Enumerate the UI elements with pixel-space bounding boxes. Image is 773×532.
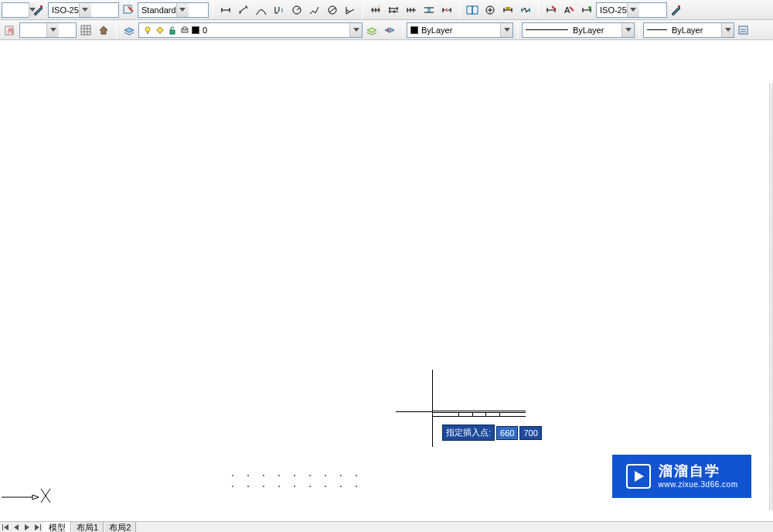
layer-color-swatch [192, 26, 199, 34]
dimradius-icon[interactable] [288, 2, 305, 19]
svg-rect-29 [739, 26, 747, 34]
plotstyle-icon[interactable] [735, 22, 752, 39]
svg-marker-2 [82, 8, 88, 12]
centermark-icon[interactable] [482, 2, 499, 19]
toolbar-separator [213, 2, 213, 19]
dimdiameter-icon[interactable] [324, 2, 341, 19]
chevron-down-icon [46, 23, 59, 37]
svg-rect-18 [81, 26, 90, 35]
svg-rect-8 [472, 6, 478, 14]
dimcontinue-icon[interactable] [403, 2, 420, 19]
tab-nav-next-icon[interactable] [22, 522, 32, 533]
dict-icon[interactable]: 典 [2, 22, 19, 39]
tolerance-icon[interactable] [464, 2, 481, 19]
toolbar-separator [116, 22, 117, 39]
layer-manager-icon[interactable] [121, 22, 138, 39]
dropdown-partial-left[interactable] [2, 2, 29, 18]
svg-point-21 [158, 28, 162, 32]
chevron-down-icon [500, 23, 512, 37]
svg-text:A: A [564, 5, 570, 15]
layer-name-label: 0 [203, 26, 226, 35]
dimstyle2-dropdown[interactable]: ISO-25 [596, 2, 667, 18]
toolbar-separator [517, 22, 518, 39]
diminspect-icon[interactable] [499, 2, 516, 19]
dimaligned-icon[interactable] [235, 2, 252, 19]
svg-rect-14 [678, 5, 680, 8]
dimarc-icon[interactable] [253, 2, 270, 19]
toolbar-row-1: ISO-25 Standard A ISO-25 [0, 0, 773, 20]
linetype-dropdown[interactable]: ByLayer [522, 22, 635, 38]
dim-update-icon[interactable] [30, 2, 47, 19]
drawing-canvas[interactable]: 指定插入点: 660 700 溜溜自学 www.zixue.3d66.c [0, 42, 773, 521]
dimjogged-icon[interactable] [306, 2, 323, 19]
chevron-down-icon [79, 3, 91, 17]
toolbar-separator [363, 2, 363, 19]
lineweight-label: ByLayer [672, 26, 703, 35]
tab-nav-prev-icon[interactable] [11, 522, 22, 533]
svg-marker-35 [4, 524, 9, 530]
plot-icon [179, 25, 190, 36]
chevron-down-icon [721, 23, 734, 37]
dimtedit-icon[interactable]: A [560, 2, 577, 19]
layer-previous-icon[interactable] [381, 22, 398, 39]
construction-points [232, 475, 363, 490]
lineweight-sample [647, 29, 667, 30]
tab-layout2[interactable]: 布局2 [104, 522, 136, 533]
dimordinate-icon[interactable] [271, 2, 288, 19]
svg-point-12 [588, 6, 591, 9]
dimlinear-icon[interactable] [217, 2, 234, 19]
tab-model[interactable]: 模型 [43, 522, 71, 533]
toolbar-separator [402, 22, 403, 39]
dimupdate-icon[interactable] [578, 2, 595, 19]
color-label: ByLayer [421, 26, 452, 35]
linetype-label: ByLayer [573, 26, 604, 35]
table-style-dropdown[interactable] [19, 22, 77, 38]
svg-marker-31 [32, 495, 39, 500]
watermark-title: 溜溜自学 [659, 463, 738, 480]
tab-layout1[interactable]: 布局1 [71, 522, 104, 533]
textstyle-edit-icon[interactable] [120, 2, 137, 19]
color-dropdown[interactable]: ByLayer [407, 22, 513, 38]
dynamic-input-tooltip: 指定插入点: 660 700 [442, 425, 542, 441]
watermark-play-icon [626, 464, 651, 489]
tab-nav-last-icon[interactable] [32, 522, 43, 533]
textstyle-dropdown[interactable]: Standard [138, 2, 209, 18]
svg-marker-17 [50, 28, 56, 32]
grid-pattern-icon[interactable] [77, 22, 94, 39]
dimstyle-label: ISO-25 [52, 5, 79, 15]
chevron-down-icon [176, 3, 189, 17]
qdim-icon[interactable] [367, 2, 384, 19]
dimangular-icon[interactable] [342, 2, 359, 19]
dimbreak-icon[interactable] [438, 2, 455, 19]
lock-open-icon [167, 25, 178, 36]
block-insertion-preview [433, 411, 526, 417]
svg-marker-27 [625, 28, 632, 32]
crosshair-horizontal [396, 411, 433, 412]
svg-marker-26 [504, 28, 510, 32]
svg-rect-22 [170, 30, 175, 34]
sun-freeze-icon [155, 25, 165, 36]
dimedit-icon[interactable] [543, 2, 560, 19]
dimspace-icon[interactable] [421, 2, 438, 19]
home-icon[interactable] [95, 22, 112, 39]
chevron-down-icon [621, 23, 634, 37]
svg-marker-34 [635, 471, 644, 482]
dynamic-input-y-field[interactable]: 700 [519, 426, 541, 440]
toolbar-row-2: 典 0 ByLayer [0, 20, 773, 40]
lineweight-dropdown[interactable]: ByLayer [643, 22, 734, 38]
dimstyle2-label: ISO-25 [600, 5, 627, 15]
dimstyle-dropdown[interactable]: ISO-25 [48, 2, 119, 18]
dynamic-input-prompt: 指定插入点: [442, 425, 495, 441]
dimstyle-control-icon[interactable] [668, 2, 685, 19]
svg-text:典: 典 [7, 27, 14, 35]
svg-rect-1 [40, 5, 43, 8]
layout-tabs-bar: 模型 布局1 布局2 [0, 521, 773, 532]
dimjoglinear-icon[interactable] [517, 2, 534, 19]
dynamic-input-x-field[interactable]: 660 [496, 426, 518, 440]
right-scroll-edge[interactable] [769, 84, 773, 510]
tab-nav-first-icon[interactable] [0, 522, 11, 533]
layer-dropdown[interactable]: 0 [138, 22, 363, 38]
dimbaseline-icon[interactable] [385, 2, 402, 19]
svg-marker-38 [25, 524, 29, 530]
layer-states-icon[interactable] [363, 22, 380, 39]
